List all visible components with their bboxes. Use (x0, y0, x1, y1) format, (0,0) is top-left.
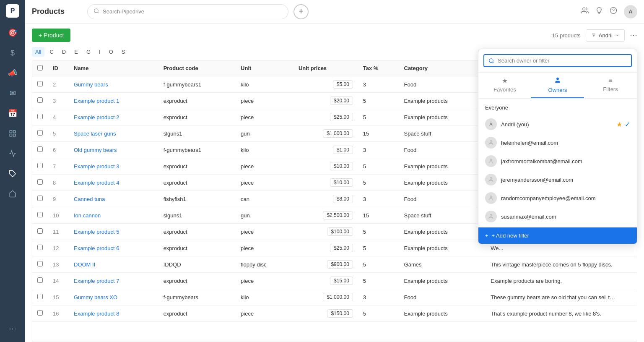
add-product-button[interactable]: + Product (32, 29, 70, 42)
row-price: $25.00 (293, 240, 358, 256)
sidebar-item-insights[interactable] (3, 144, 22, 163)
alpha-e[interactable]: E (71, 47, 81, 57)
row-checkbox[interactable] (37, 114, 43, 119)
owner-randomcompany[interactable]: randomcompanyemployee@email.com (478, 189, 637, 207)
owner-jaxfrommortalkombat[interactable]: jaxfrommortalkombat@email.com (478, 152, 637, 170)
row-category: Example products (399, 109, 486, 125)
row-checkbox-cell (32, 93, 48, 109)
dropdown-search-bar[interactable] (483, 54, 632, 67)
sidebar-item-mail[interactable]: ✉ (3, 84, 22, 102)
alpha-all[interactable]: All (32, 47, 44, 57)
row-code: f-gummybears1 (158, 76, 236, 93)
sidebar-item-deals[interactable]: $ (3, 44, 22, 62)
row-unit: kilo (236, 76, 293, 93)
row-checkbox[interactable] (37, 81, 43, 86)
sidebar-item-reports[interactable] (3, 124, 22, 143)
row-name[interactable]: Example product 6 (69, 240, 158, 256)
row-checkbox[interactable] (37, 277, 43, 283)
row-checkbox[interactable] (37, 212, 43, 217)
global-search-bar[interactable] (87, 4, 288, 19)
row-name[interactable]: Canned tuna (69, 191, 158, 207)
sidebar-item-target[interactable]: 🎯 (3, 23, 22, 42)
row-checkbox[interactable] (37, 130, 43, 136)
add-button[interactable]: + (293, 4, 309, 19)
row-name[interactable]: Ion cannon (69, 207, 158, 224)
more-options-button[interactable]: ⋯ (630, 31, 637, 40)
bulb-icon[interactable] (595, 7, 603, 16)
row-name[interactable]: Example product 8 (69, 305, 158, 322)
dropdown-search-input[interactable] (498, 57, 627, 64)
add-new-filter-button[interactable]: + + Add new filter (478, 227, 637, 244)
row-name[interactable]: Gummy bears XO (69, 289, 158, 305)
tab-filters[interactable]: ≡ Filters (584, 73, 637, 98)
row-name[interactable]: Example product 5 (69, 224, 158, 240)
row-checkbox[interactable] (37, 163, 43, 168)
andrii-actions: ★ ✓ (616, 120, 630, 128)
row-checkbox[interactable] (37, 146, 43, 152)
row-checkbox[interactable] (37, 261, 43, 266)
owner-susanmax[interactable]: susanmax@email.com (478, 207, 637, 226)
select-all-checkbox[interactable] (37, 65, 43, 70)
row-checkbox-cell (32, 256, 48, 273)
row-checkbox[interactable] (37, 310, 43, 316)
row-name[interactable]: Old gummy bears (69, 142, 158, 158)
row-id: 8 (48, 175, 69, 191)
row-price: $25.00 (293, 109, 358, 125)
tab-favorites[interactable]: ★ Favorites (478, 73, 531, 98)
alpha-c[interactable]: C (46, 47, 57, 57)
andrii-star-icon[interactable]: ★ (616, 120, 622, 128)
row-price: $10.00 (293, 175, 358, 191)
everyone-option[interactable]: Everyone (478, 100, 637, 115)
row-name[interactable]: Space laser guns (69, 125, 158, 142)
alpha-i[interactable]: I (96, 47, 104, 57)
row-checkbox-cell (32, 240, 48, 256)
alpha-s[interactable]: S (118, 47, 129, 57)
row-checkbox-cell (32, 224, 48, 240)
content-area: + Product 15 products Andrii ⋯ All C D E… (25, 23, 644, 342)
row-checkbox-cell (32, 125, 48, 142)
row-unit: piece (236, 175, 293, 191)
sidebar-item-marketplace[interactable] (3, 185, 22, 203)
avatar[interactable]: A (624, 5, 637, 18)
row-price: $2,500.00 (293, 207, 358, 224)
alpha-o[interactable]: O (106, 47, 117, 57)
search-input[interactable] (103, 8, 282, 15)
row-name[interactable]: Example product 3 (69, 158, 158, 175)
price-badge: $20.00 (330, 97, 353, 105)
row-name[interactable]: Example product 4 (69, 175, 158, 191)
row-name[interactable]: Example product 7 (69, 273, 158, 289)
help-icon[interactable] (610, 7, 617, 16)
row-name[interactable]: Example product 2 (69, 109, 158, 125)
sidebar-item-campaigns[interactable]: 📣 (3, 64, 22, 82)
row-name[interactable]: DOOM II (69, 256, 158, 273)
sidebar-item-products[interactable] (3, 164, 22, 183)
row-checkbox[interactable] (37, 245, 43, 250)
row-category: Example products (399, 93, 486, 109)
sidebar-item-calendar[interactable]: 📅 (3, 104, 22, 123)
filter-button[interactable]: Andrii (586, 29, 625, 42)
alpha-d[interactable]: D (59, 47, 69, 57)
row-code: exproduct (158, 273, 236, 289)
owner-andrii[interactable]: A Andrii (you) ★ ✓ (478, 115, 637, 133)
alpha-g[interactable]: G (83, 47, 94, 57)
row-checkbox[interactable] (37, 228, 43, 234)
row-tax: 15 (358, 125, 399, 142)
svg-point-8 (610, 8, 617, 14)
row-checkbox[interactable] (37, 97, 43, 103)
team-icon[interactable] (581, 7, 589, 16)
owner-jeremyandersson[interactable]: jeremyandersson@email.com (478, 170, 637, 189)
row-name[interactable]: Gummy bears (69, 76, 158, 93)
row-unit: piece (236, 273, 293, 289)
row-name[interactable]: Example product 1 (69, 93, 158, 109)
page-title: Products (32, 7, 82, 16)
row-checkbox[interactable] (37, 179, 43, 185)
tab-owners[interactable]: Owners (531, 73, 584, 98)
search-icon (93, 8, 99, 15)
row-checkbox-cell (32, 158, 48, 175)
owner-helenhelen[interactable]: helenhelen@email.com (478, 133, 637, 152)
row-unit: can (236, 191, 293, 207)
jax-avatar (485, 155, 497, 167)
sidebar-item-more[interactable]: ⋯ (3, 319, 22, 338)
row-checkbox[interactable] (37, 294, 43, 299)
row-checkbox[interactable] (37, 196, 43, 201)
